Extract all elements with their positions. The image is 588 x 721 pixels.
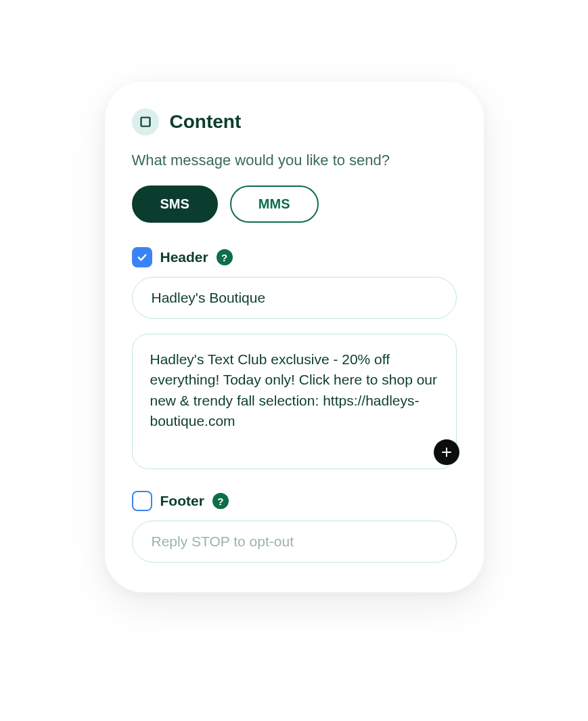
section-header: Content: [132, 108, 457, 135]
footer-input[interactable]: [132, 521, 457, 563]
header-input[interactable]: [132, 277, 457, 319]
body-field-group: [132, 334, 457, 472]
footer-label: Footer: [160, 493, 204, 509]
content-icon: [132, 108, 159, 135]
add-button[interactable]: [434, 439, 459, 465]
header-help-icon[interactable]: ?: [217, 249, 233, 265]
message-type-tabs: SMS MMS: [132, 185, 457, 223]
tab-mms[interactable]: MMS: [230, 185, 319, 223]
footer-checkbox[interactable]: [132, 491, 152, 511]
body-textarea[interactable]: [132, 334, 457, 469]
svg-rect-0: [141, 118, 150, 127]
plus-icon: [440, 446, 453, 458]
header-label: Header: [160, 249, 208, 265]
header-checkbox[interactable]: [132, 247, 152, 267]
tab-sms[interactable]: SMS: [132, 185, 218, 223]
section-title: Content: [170, 111, 242, 133]
footer-label-row: Footer ?: [132, 491, 457, 511]
header-label-row: Header ?: [132, 247, 457, 267]
content-card: Content What message would you like to s…: [105, 81, 484, 592]
section-prompt: What message would you like to send?: [132, 152, 457, 169]
footer-field-group: Footer ?: [132, 491, 457, 563]
footer-help-icon[interactable]: ?: [212, 493, 229, 509]
header-field-group: Header ?: [132, 247, 457, 334]
